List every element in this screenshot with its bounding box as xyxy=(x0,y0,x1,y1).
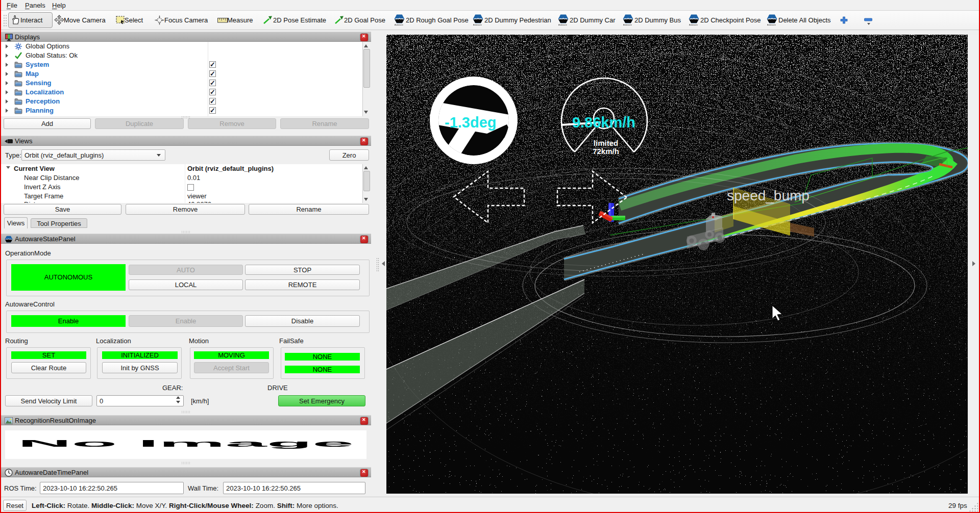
svg-text:72km/h: 72km/h xyxy=(593,147,619,156)
svg-text:limited: limited xyxy=(594,139,618,147)
svg-text:-1.3deg: -1.3deg xyxy=(445,114,497,131)
svg-text:9.86km/h: 9.86km/h xyxy=(572,114,635,131)
svg-text:speed_bump: speed_bump xyxy=(727,188,810,203)
